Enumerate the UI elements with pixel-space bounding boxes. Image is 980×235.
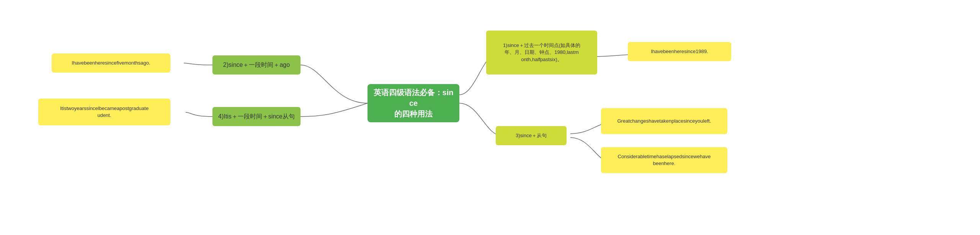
branch3-node: 3)since＋从句 (496, 126, 567, 145)
leaf-it-is-node: Itistwoyearssincelbecameapostgraduate ud… (38, 99, 170, 125)
leaf-considerable-node: Considerabletimehaselapsedsincewehave be… (601, 147, 727, 173)
branch2-node: 2)since＋一段时间＋ago (212, 55, 301, 75)
leaf-1989-node: Ihavebeenheresince1989. (628, 42, 731, 61)
branch1-node: 1)since＋过去一个时间点(如具体的 年、月、日期、钟点、1980,last… (486, 31, 597, 75)
leaf-great-changes-node: Greatchangeshavetakenplacesinceyouleft. (601, 108, 727, 134)
leaf-have-been-node: Ihavebeenheresincefivemonthsago. (52, 53, 170, 73)
branch4-node: 4)Itis＋一段时间＋since从句 (212, 107, 301, 126)
mindmap-container: 英语四级语法必备：since 的四种用法 2)since＋一段时间＋ago 4)… (0, 0, 980, 235)
center-node: 英语四级语法必备：since 的四种用法 (368, 84, 459, 122)
